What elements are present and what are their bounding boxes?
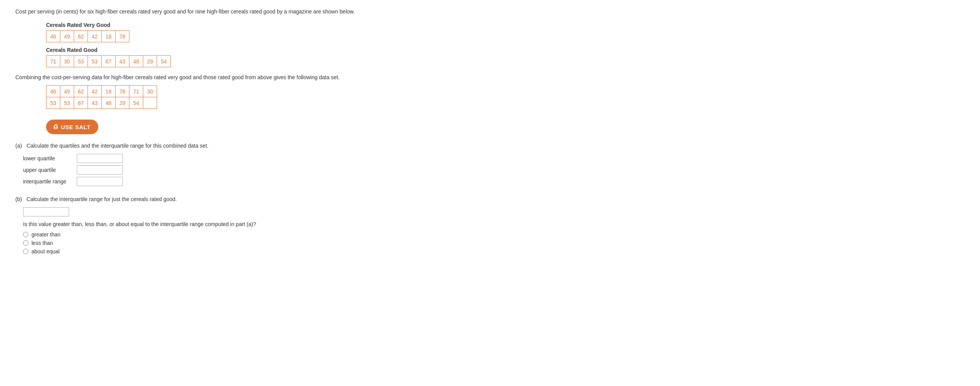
table-cell: 53 <box>74 56 88 67</box>
use-salt-button[interactable]: ⎙ USE SALT <box>46 120 98 134</box>
rated-good-label: Cereals Rated Good <box>46 47 965 53</box>
lower-quartile-label: lower quartile <box>23 155 77 161</box>
about-equal-radio[interactable] <box>23 249 28 254</box>
table-cell: 48 <box>129 56 143 67</box>
combining-text: Combining the cost-per-serving data for … <box>15 73 965 82</box>
upper-quartile-label: upper quartile <box>23 167 77 173</box>
table-cell: 48 <box>102 97 116 109</box>
use-salt-label: USE SALT <box>61 124 91 130</box>
table-cell: 62 <box>74 86 88 97</box>
table-cell: 62 <box>74 31 88 42</box>
combined-table: 46 49 62 42 18 78 71 30 53 53 67 43 48 2… <box>46 85 157 109</box>
upper-quartile-input[interactable] <box>77 165 123 175</box>
table-cell: 43 <box>116 56 129 67</box>
table-cell: 29 <box>116 97 129 109</box>
table-cell: 46 <box>46 86 60 97</box>
table-cell <box>143 97 157 109</box>
table-row: 46 49 62 42 18 78 71 30 <box>46 86 157 97</box>
table-cell: 42 <box>88 86 102 97</box>
part-a-title: (a) Calculate the quartiles and the inte… <box>15 142 965 150</box>
intro-text: Cost per serving (in cents) for six high… <box>15 8 965 16</box>
table-cell: 53 <box>60 97 74 109</box>
greater-than-label: greater than <box>31 231 61 238</box>
comparison-text: Is this value greater than, less than, o… <box>23 220 965 228</box>
less-than-radio[interactable] <box>23 240 28 246</box>
table-cell: 49 <box>60 31 74 42</box>
iqr-row: interquartile range <box>23 177 965 186</box>
table-cell: 71 <box>129 86 143 97</box>
rated-good-table: 71 30 53 53 67 43 48 29 54 <box>46 55 171 67</box>
table-cell: 78 <box>116 86 129 97</box>
table-cell: 53 <box>88 56 102 67</box>
table-cell: 78 <box>116 31 129 42</box>
upper-quartile-row: upper quartile <box>23 165 965 175</box>
lower-quartile-row: lower quartile <box>23 154 965 163</box>
about-equal-label: about equal <box>31 248 60 255</box>
table-cell: 53 <box>46 97 60 109</box>
table-row: 53 53 67 43 48 29 54 <box>46 97 157 109</box>
part-a-text: Calculate the quartiles and the interqua… <box>26 143 209 149</box>
table-row: 46 49 62 42 18 78 <box>46 31 129 42</box>
part-a-label: (a) <box>15 143 22 149</box>
iqr-input[interactable] <box>77 177 123 186</box>
table-cell: 18 <box>102 31 116 42</box>
comparison-radio-group: greater than less than about equal <box>23 231 965 255</box>
part-b-text: Calculate the interquartile range for ju… <box>26 196 177 202</box>
lower-quartile-input[interactable] <box>77 154 123 163</box>
iqr-label: interquartile range <box>23 178 77 185</box>
table-cell: 54 <box>129 97 143 109</box>
table-cell: 67 <box>102 56 116 67</box>
part-a-section: (a) Calculate the quartiles and the inte… <box>15 142 965 186</box>
table-cell: 29 <box>143 56 157 67</box>
greater-than-option[interactable]: greater than <box>23 231 965 238</box>
b-input-row <box>23 207 965 216</box>
table-cell: 49 <box>60 86 74 97</box>
part-b-section: (b) Calculate the interquartile range fo… <box>15 195 965 255</box>
part-b-label: (b) <box>15 196 22 202</box>
table-cell: 42 <box>88 31 102 42</box>
less-than-option[interactable]: less than <box>23 240 965 246</box>
table-row: 71 30 53 53 67 43 48 29 54 <box>46 56 171 67</box>
table-cell: 43 <box>88 97 102 109</box>
b-iqr-input[interactable] <box>23 207 69 216</box>
part-b-title: (b) Calculate the interquartile range fo… <box>15 195 965 203</box>
table-cell: 67 <box>74 97 88 109</box>
table-cell: 18 <box>102 86 116 97</box>
very-good-table: 46 49 62 42 18 78 <box>46 30 129 42</box>
very-good-label: Cereals Rated Very Good <box>46 22 965 28</box>
table-cell: 71 <box>46 56 60 67</box>
table-cell: 30 <box>143 86 157 97</box>
greater-than-radio[interactable] <box>23 232 28 237</box>
table-cell: 54 <box>157 56 171 67</box>
table-cell: 46 <box>46 31 60 42</box>
less-than-label: less than <box>31 240 53 246</box>
about-equal-option[interactable]: about equal <box>23 248 965 255</box>
salt-icon: ⎙ <box>54 123 58 130</box>
table-cell: 30 <box>60 56 74 67</box>
